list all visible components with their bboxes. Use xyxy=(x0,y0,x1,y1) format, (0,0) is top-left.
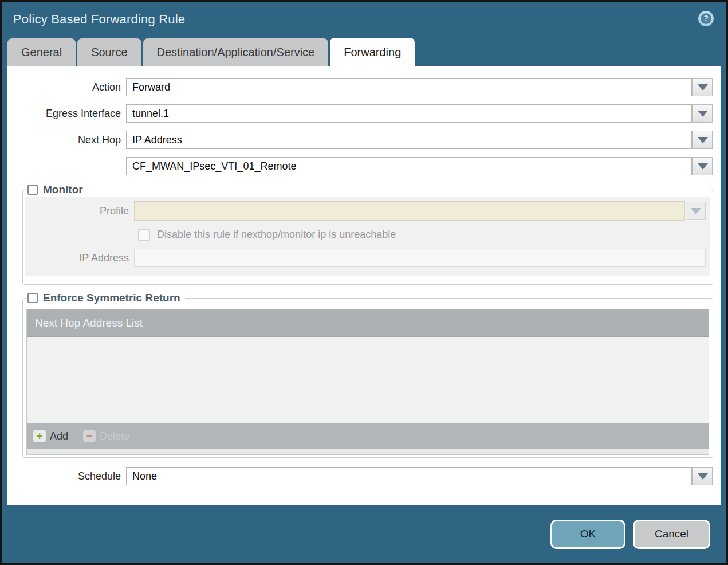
monitor-ip-address-row: IP Address xyxy=(25,249,706,267)
help-icon[interactable]: ? xyxy=(698,11,714,26)
ok-button[interactable]: OK xyxy=(550,520,625,549)
monitor-legend: Monitor xyxy=(26,183,88,196)
monitor-legend-label: Monitor xyxy=(43,183,83,196)
action-row: Action Forward xyxy=(7,78,713,96)
tab-source[interactable]: Source xyxy=(77,38,141,66)
schedule-select[interactable]: None xyxy=(126,467,692,485)
disable-rule-checkbox xyxy=(138,229,150,241)
next-hop-select[interactable]: IP Address xyxy=(126,131,692,149)
next-hop-address-dropdown-button[interactable] xyxy=(692,157,713,175)
action-select[interactable]: Forward xyxy=(126,78,692,96)
disable-rule-label: Disable this rule if nexthop/monitor ip … xyxy=(157,229,396,241)
schedule-label: Schedule xyxy=(7,470,126,482)
delete-button: − Delete xyxy=(83,430,129,442)
chevron-down-icon xyxy=(698,84,708,91)
dialog-titlebar: Policy Based Forwarding Rule ? xyxy=(2,2,726,38)
next-hop-address-row: CF_MWAN_IPsec_VTI_01_Remote xyxy=(7,157,713,175)
next-hop-address-input[interactable]: CF_MWAN_IPsec_VTI_01_Remote xyxy=(126,157,692,175)
monitor-fieldset: Monitor Profile Disable this rule if nex… xyxy=(22,183,713,285)
delete-button-label: Delete xyxy=(100,430,129,442)
symmetric-return-legend-label: Enforce Symmetric Return xyxy=(43,292,180,304)
help-icon-glyph: ? xyxy=(701,13,711,24)
tab-content-forwarding: Action Forward Egress Interface tunnel.1… xyxy=(7,66,721,505)
chevron-down-icon xyxy=(698,163,708,170)
action-dropdown-button[interactable] xyxy=(692,78,713,96)
schedule-dropdown-button[interactable] xyxy=(692,467,713,485)
schedule-row: Schedule None xyxy=(7,467,713,485)
next-hop-address-list-toolbar: + Add − Delete xyxy=(27,423,709,449)
cancel-button[interactable]: Cancel xyxy=(633,520,710,549)
tab-destination-application-service[interactable]: Destination/Application/Service xyxy=(143,38,329,66)
tab-forwarding[interactable]: Forwarding xyxy=(330,38,415,66)
table-resize-strip xyxy=(26,449,709,455)
monitor-profile-dropdown-button xyxy=(686,202,706,220)
chevron-down-icon xyxy=(698,137,708,143)
monitor-profile-select xyxy=(134,201,685,221)
chevron-down-icon xyxy=(698,473,708,480)
minus-icon: − xyxy=(83,430,96,442)
egress-interface-row: Egress Interface tunnel.1 xyxy=(7,104,713,123)
tab-strip: General Source Destination/Application/S… xyxy=(7,38,721,66)
egress-interface-select[interactable]: tunnel.1 xyxy=(126,104,692,123)
tab-general[interactable]: General xyxy=(7,38,76,66)
chevron-down-icon xyxy=(691,208,701,214)
symmetric-return-fieldset: Enforce Symmetric Return Next Hop Addres… xyxy=(22,292,713,458)
egress-interface-dropdown-button[interactable] xyxy=(692,104,713,123)
next-hop-label: Next Hop xyxy=(7,134,126,146)
monitor-panel: Profile Disable this rule if nexthop/mon… xyxy=(25,197,710,276)
next-hop-row: Next Hop IP Address xyxy=(7,131,713,149)
monitor-profile-label: Profile xyxy=(25,205,134,217)
action-label: Action xyxy=(7,81,126,93)
add-button[interactable]: + Add xyxy=(33,430,68,442)
egress-interface-label: Egress Interface xyxy=(7,108,126,120)
next-hop-address-table: Next Hop Address List + Add − Delete xyxy=(26,309,709,449)
monitor-ip-address-input xyxy=(134,249,706,267)
next-hop-address-list-body[interactable] xyxy=(27,337,709,423)
monitor-profile-row: Profile xyxy=(25,201,706,221)
monitor-checkbox[interactable] xyxy=(27,185,38,195)
next-hop-dropdown-button[interactable] xyxy=(692,131,713,149)
next-hop-address-list-header: Next Hop Address List xyxy=(27,309,709,337)
pbf-rule-dialog: Policy Based Forwarding Rule ? General S… xyxy=(0,0,728,565)
symmetric-return-legend: Enforce Symmetric Return xyxy=(26,292,185,304)
add-button-label: Add xyxy=(50,430,68,442)
monitor-ip-address-label: IP Address xyxy=(25,252,134,264)
symmetric-return-checkbox[interactable] xyxy=(27,293,38,303)
dialog-footer: OK Cancel xyxy=(2,505,726,563)
plus-icon: + xyxy=(33,430,46,442)
dialog-title: Policy Based Forwarding Rule xyxy=(2,2,726,27)
chevron-down-icon xyxy=(698,111,708,117)
monitor-disable-rule-row: Disable this rule if nexthop/monitor ip … xyxy=(138,229,710,241)
